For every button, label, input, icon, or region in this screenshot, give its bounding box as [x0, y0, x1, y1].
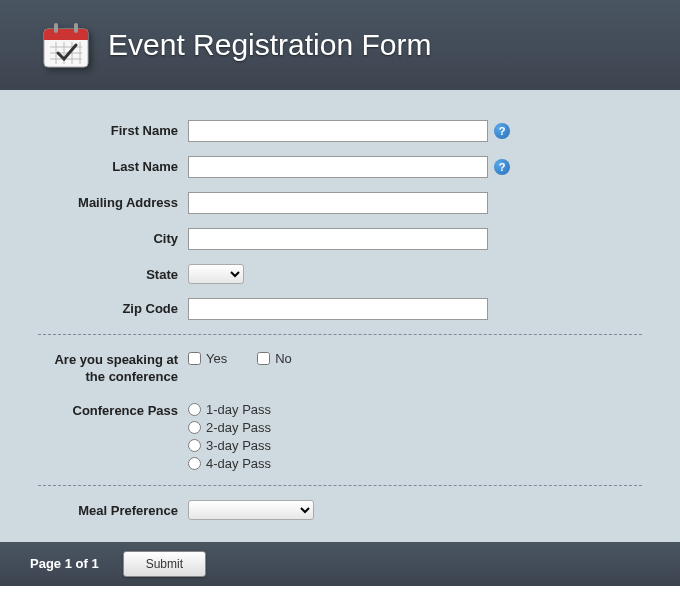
page-title: Event Registration Form: [108, 28, 431, 62]
pass-radio-2[interactable]: [188, 421, 201, 434]
speaking-yes-label: Yes: [206, 351, 227, 366]
form-body: First Name ? Last Name ? Mailing Address…: [0, 90, 680, 542]
help-icon[interactable]: ?: [494, 159, 510, 175]
conference-pass-label: Conference Pass: [38, 400, 188, 418]
svg-rect-4: [74, 23, 78, 33]
pass-option-4[interactable]: 4-day Pass: [188, 456, 271, 471]
calendar-icon: [40, 19, 92, 71]
svg-rect-3: [54, 23, 58, 33]
section-divider: [38, 334, 642, 335]
speaking-label: Are you speaking at the conference: [38, 349, 188, 386]
first-name-input[interactable]: [188, 120, 488, 142]
meal-preference-select[interactable]: [188, 500, 314, 520]
pass-option-1[interactable]: 1-day Pass: [188, 402, 271, 417]
page-indicator: Page 1 of 1: [30, 556, 99, 571]
pass-radio-1[interactable]: [188, 403, 201, 416]
mailing-address-input[interactable]: [188, 192, 488, 214]
speaking-yes-option[interactable]: Yes: [188, 351, 227, 366]
pass-label-4: 4-day Pass: [206, 456, 271, 471]
mailing-address-label: Mailing Address: [38, 192, 188, 210]
pass-radio-3[interactable]: [188, 439, 201, 452]
pass-radio-4[interactable]: [188, 457, 201, 470]
svg-rect-2: [44, 37, 88, 40]
submit-button[interactable]: Submit: [123, 551, 206, 577]
pass-option-3[interactable]: 3-day Pass: [188, 438, 271, 453]
state-select[interactable]: [188, 264, 244, 284]
speaking-no-label: No: [275, 351, 292, 366]
pass-label-3: 3-day Pass: [206, 438, 271, 453]
help-icon[interactable]: ?: [494, 123, 510, 139]
city-label: City: [38, 228, 188, 246]
speaking-no-checkbox[interactable]: [257, 352, 270, 365]
section-divider: [38, 485, 642, 486]
last-name-label: Last Name: [38, 156, 188, 174]
city-input[interactable]: [188, 228, 488, 250]
meal-preference-label: Meal Preference: [38, 500, 188, 518]
first-name-label: First Name: [38, 120, 188, 138]
zip-code-input[interactable]: [188, 298, 488, 320]
pass-label-1: 1-day Pass: [206, 402, 271, 417]
last-name-input[interactable]: [188, 156, 488, 178]
pass-option-2[interactable]: 2-day Pass: [188, 420, 271, 435]
form-footer: Page 1 of 1 Submit: [0, 542, 680, 586]
state-label: State: [38, 264, 188, 282]
speaking-yes-checkbox[interactable]: [188, 352, 201, 365]
zip-code-label: Zip Code: [38, 298, 188, 316]
form-header: Event Registration Form: [0, 0, 680, 90]
pass-label-2: 2-day Pass: [206, 420, 271, 435]
speaking-no-option[interactable]: No: [257, 351, 292, 366]
